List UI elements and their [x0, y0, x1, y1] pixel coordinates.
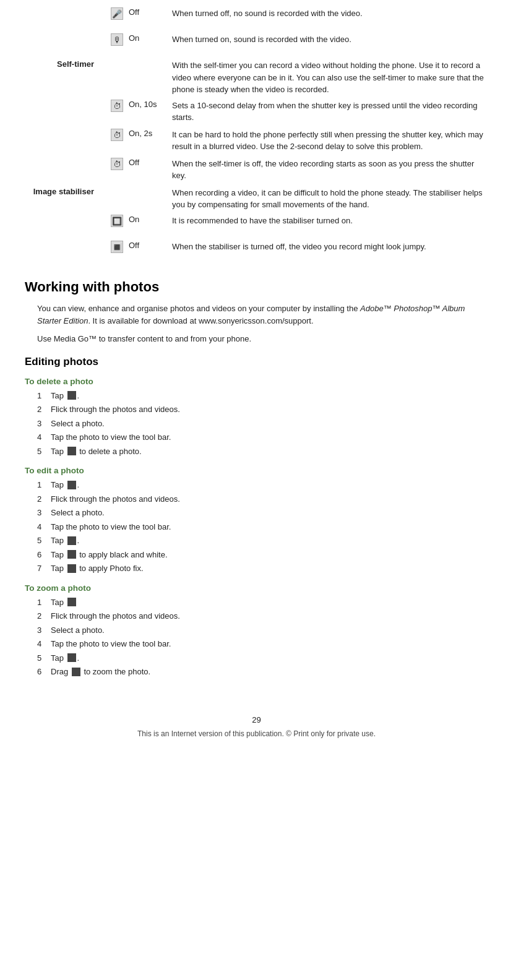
list-item: 1 Tap .: [37, 390, 488, 402]
step-number: 2: [37, 610, 51, 622]
step-number: 6: [37, 666, 51, 678]
row-desc: When the stabiliser is turned off, the v…: [172, 239, 488, 253]
row-desc: With the self-timer you can record a vid…: [172, 58, 488, 96]
step-number: 2: [37, 403, 51, 416]
list-item: 7 Tap to apply Photo fix.: [37, 562, 488, 575]
step-number: 4: [37, 638, 51, 650]
step-number: 6: [37, 549, 51, 561]
zoom-icon: [67, 653, 76, 662]
list-item: 4 Tap the photo to view the tool bar.: [37, 431, 488, 444]
list-item: 2 Flick through the photos and videos.: [37, 610, 488, 622]
edit-photo-steps: 1 Tap . 2 Flick through the photos and v…: [37, 479, 488, 575]
row-icon: [105, 58, 129, 59]
step-number: 1: [37, 596, 51, 609]
step-number: 5: [37, 535, 51, 547]
step-text: Select a photo.: [51, 418, 488, 430]
list-item: 4 Tap the photo to view the tool bar.: [37, 521, 488, 533]
step-text: Tap to apply black and white.: [51, 549, 488, 561]
delete-icon: [67, 447, 76, 455]
row-option: [129, 58, 172, 59]
list-item: 4 Tap the photo to view the tool bar.: [37, 638, 488, 650]
step-text: Tap the photo to view the tool bar.: [51, 431, 488, 444]
row-option: On: [129, 213, 172, 224]
row-icon: ⏱: [105, 127, 129, 141]
step-number: 4: [37, 521, 51, 533]
step-text: Tap the photo to view the tool bar.: [51, 521, 488, 533]
row-desc: When the self-timer is off, the video re…: [172, 157, 488, 182]
settings-row-timer-off: ⏱ Off When the self-timer is off, the vi…: [25, 157, 488, 182]
intro-url: www.sonyericsson.com/support: [199, 316, 311, 325]
footer-notice: This is an Internet version of this publ…: [25, 729, 488, 738]
gallery-icon: [67, 391, 76, 400]
row-option: [129, 186, 172, 187]
intro-text-1: You can view, enhance and organise photo…: [37, 304, 360, 313]
zoom-photo-section: To zoom a photo 1 Tap 2 Flick through th…: [25, 583, 488, 678]
mic-on-icon: 🎙: [111, 33, 123, 46]
step-number: 3: [37, 418, 51, 430]
delete-photo-heading: To delete a photo: [25, 377, 488, 386]
edit-icon: [67, 536, 76, 545]
step-text: Tap .: [51, 652, 488, 664]
step-text: Select a photo.: [51, 507, 488, 519]
step-text: Tap .: [51, 479, 488, 491]
intro-paragraph-2: Use Media Go™ to transfer content to and…: [37, 333, 488, 346]
list-item: 6 Drag to zoom the photo.: [37, 666, 488, 678]
intro-text-1c: .: [311, 316, 314, 325]
gallery-icon: [67, 481, 76, 489]
row-icon: 🔲: [105, 213, 129, 227]
step-text: Tap to delete a photo.: [51, 445, 488, 458]
step-number: 4: [37, 431, 51, 444]
working-with-photos-section: Working with photos You can view, enhanc…: [25, 279, 488, 678]
row-label: [25, 32, 105, 33]
edit-photo-heading: To edit a photo: [25, 466, 488, 475]
step-number: 7: [37, 562, 51, 575]
row-icon: 🔳: [105, 239, 129, 253]
row-desc: It is recommended to have the stabiliser…: [172, 213, 488, 227]
row-option: On, 2s: [129, 127, 172, 138]
list-item: 1 Tap: [37, 596, 488, 609]
step-text: Tap .: [51, 390, 488, 402]
step-text: Flick through the photos and videos.: [51, 493, 488, 505]
list-item: 1 Tap .: [37, 479, 488, 491]
row-desc: It can be hard to hold the phone perfect…: [172, 127, 488, 153]
row-label: Image stabiliser: [25, 186, 105, 196]
zoom-photo-steps: 1 Tap 2 Flick through the photos and vid…: [37, 596, 488, 678]
row-option: On: [129, 32, 172, 43]
step-number: 1: [37, 390, 51, 402]
settings-row-mic-on: 🎙 On When turned on, sound is recorded w…: [25, 32, 488, 54]
intro-paragraph-1: You can view, enhance and organise photo…: [37, 303, 488, 329]
row-label: [25, 239, 105, 241]
step-text: Tap the photo to view the tool bar.: [51, 638, 488, 650]
row-icon: 🎤: [105, 6, 129, 20]
step-text: Flick through the photos and videos.: [51, 403, 488, 416]
row-option: Off: [129, 6, 172, 17]
settings-row-timer-2s: ⏱ On, 2s It can be hard to hold the phon…: [25, 127, 488, 153]
list-item: 5 Tap to delete a photo.: [37, 445, 488, 458]
list-item: 3 Select a photo.: [37, 624, 488, 637]
settings-row-selftimer-header: Self-timer With the self-timer you can r…: [25, 58, 488, 96]
page-footer: 29 This is an Internet version of this p…: [25, 715, 488, 738]
row-desc: When turned on, sound is recorded with t…: [172, 32, 488, 46]
stabiliser-off-icon: 🔳: [111, 241, 123, 253]
settings-table: 🎤 Off When turned off, no sound is recor…: [25, 6, 488, 262]
step-number: 3: [37, 624, 51, 637]
step-number: 3: [37, 507, 51, 519]
editing-photos-heading: Editing photos: [25, 356, 488, 368]
edit-photo-section: To edit a photo 1 Tap . 2 Flick through …: [25, 466, 488, 575]
settings-row-timer-10s: ⏱ On, 10s Sets a 10-second delay from wh…: [25, 98, 488, 124]
photofix-icon: [67, 564, 76, 573]
row-label: [25, 213, 105, 215]
row-label: [25, 98, 105, 100]
timer-2s-icon: ⏱: [111, 129, 123, 141]
delete-photo-steps: 1 Tap . 2 Flick through the photos and v…: [37, 390, 488, 458]
step-text: Drag to zoom the photo.: [51, 666, 488, 678]
row-option: Off: [129, 157, 172, 167]
list-item: 3 Select a photo.: [37, 507, 488, 519]
step-text: Select a photo.: [51, 624, 488, 637]
step-number: 5: [37, 445, 51, 458]
row-icon: [105, 186, 129, 187]
row-label: [25, 6, 105, 7]
list-item: 2 Flick through the photos and videos.: [37, 493, 488, 505]
intro-text-1b: . It is available for download at: [88, 316, 199, 325]
bw-icon: [67, 550, 76, 559]
